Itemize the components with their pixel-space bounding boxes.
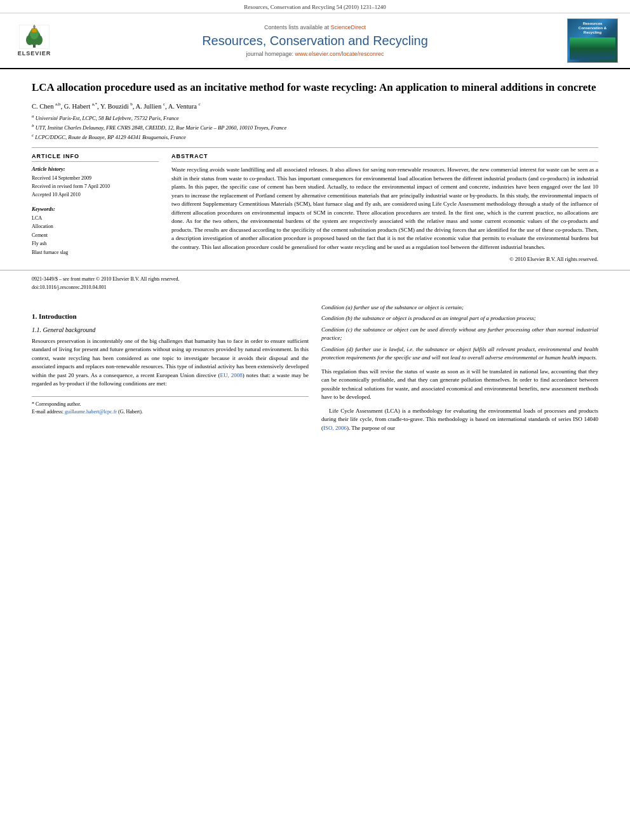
condition-b: Condition (b) the substance or object is… — [321, 314, 598, 323]
cover-image-area — [570, 37, 615, 60]
copyright-line: © 2010 Elsevier B.V. All rights reserved… — [171, 255, 598, 263]
article-title-section: LCA allocation procedure used as an inci… — [0, 69, 630, 141]
eu-link[interactable]: EU, 2008 — [220, 372, 243, 378]
right-col-body-text: This regulation thus will revise the sta… — [321, 368, 598, 433]
body-col-right: Condition (a) further use of the substan… — [321, 303, 598, 438]
regulation-paragraph: This regulation thus will revise the sta… — [321, 368, 598, 402]
abstract-label: ABSTRACT — [171, 153, 598, 162]
condition-c: Condition (c) the substance or object ca… — [321, 326, 598, 343]
issn-line: 0921-3449/$ – see front matter © 2010 El… — [32, 276, 598, 284]
journal-citation: Resources, Conservation and Recycling 54… — [244, 4, 386, 10]
keyword-3: Cement — [32, 231, 159, 240]
keyword-1: LCA — [32, 214, 159, 223]
affiliation-a: a Université Paris-Est, LCPC, 58 Bd Lefe… — [32, 113, 598, 123]
divider-1 — [32, 147, 598, 148]
keyword-2: Allocation — [32, 222, 159, 231]
corresponding-note: * Corresponding author. — [32, 401, 309, 408]
journal-title: Resources, Conservation and Recycling — [202, 33, 428, 48]
affiliation-b: b UTT, Institut Charles Delaunay, FRE CN… — [32, 123, 598, 132]
journal-homepage-link[interactable]: www.elsevier.com/locate/resconrec — [295, 51, 384, 57]
sciencedirect-line: Contents lists available at ScienceDirec… — [264, 24, 366, 30]
sup-c-2: c — [199, 102, 201, 107]
journal-cover-image: ResourcesConservation &Recycling — [567, 18, 618, 63]
abstract-col: ABSTRACT Waste recycling avoids waste la… — [171, 153, 598, 263]
header-center: Contents lists available at ScienceDirec… — [72, 18, 558, 63]
article-title: LCA allocation procedure used as an inci… — [32, 81, 598, 95]
history-accepted: Accepted 10 April 2010 — [32, 191, 159, 199]
condition-d-text: Condition (d) further use is lawful, i.e… — [321, 346, 598, 361]
article-footer-meta: 0921-3449/$ – see front matter © 2010 El… — [0, 270, 630, 297]
affiliation-c: c LCPC/DDGC, Route de Bouaye, BP 4129 44… — [32, 132, 598, 142]
body-col-left: 1. Introduction 1.1. General background … — [32, 303, 309, 438]
sup-c-1: c — [163, 102, 165, 107]
keywords-label: Keywords: — [32, 206, 159, 212]
cover-title: ResourcesConservation &Recycling — [579, 22, 607, 36]
email-label: E-mail address: — [32, 409, 64, 415]
header-right: ResourcesConservation &Recycling — [564, 18, 621, 63]
abstract-paragraph: Waste recycling avoids waste landfilling… — [171, 166, 598, 250]
sup-a-b: a,b — [55, 102, 60, 107]
keyword-4: Fly ash — [32, 239, 159, 248]
intro-body-text: Resources preservation is incontestably … — [32, 337, 309, 389]
journal-top-bar: Resources, Conservation and Recycling 54… — [0, 0, 630, 13]
email-note: E-mail address: guillaume.habert@lcpc.fr… — [32, 408, 309, 416]
body-section: 1. Introduction 1.1. General background … — [0, 297, 630, 451]
intro-paragraph-1: Resources preservation is incontestably … — [32, 337, 309, 389]
svg-rect-6 — [32, 29, 37, 32]
keyword-5: Blast furnace slag — [32, 248, 159, 257]
homepage-label: journal homepage: — [246, 51, 293, 57]
affiliation-c-text: LCPC/DDGC, Route de Bouaye, BP 4129 4434… — [35, 133, 186, 140]
contents-label: Contents lists available at — [264, 24, 329, 30]
sup-a-star: a,* — [92, 102, 97, 107]
page-wrapper: Resources, Conservation and Recycling 54… — [0, 0, 630, 840]
article-info-col: ARTICLE INFO Article history: Received 1… — [32, 153, 159, 263]
affiliation-a-text: Université Paris-Est, LCPC, 58 Bd Lefebv… — [36, 115, 179, 121]
condition-d: Condition (d) further use is lawful, i.e… — [321, 345, 598, 363]
header-left: ELSEVIER — [9, 18, 66, 63]
general-background-heading: 1.1. General background — [32, 326, 309, 333]
sup-b: b — [130, 102, 133, 107]
authors-line: C. Chen a,b, G. Habert a,*, Y. Bouzidi b… — [32, 102, 598, 110]
condition-a-text: Condition (a) further use of the substan… — [321, 304, 464, 310]
abstract-text: Waste recycling avoids waste landfilling… — [171, 166, 598, 263]
elsevier-text: ELSEVIER — [18, 50, 51, 57]
lca-paragraph: Life Cycle Assessment (LCA) is a methodo… — [321, 407, 598, 433]
footnote-section: * Corresponding author. E-mail address: … — [32, 396, 309, 416]
email-name: (G. Habert). — [118, 409, 143, 415]
body-two-col: 1. Introduction 1.1. General background … — [32, 303, 598, 438]
history-received: Received 14 September 2009 — [32, 175, 159, 183]
iso-link[interactable]: ISO, 2006 — [323, 425, 347, 431]
intro-heading: 1. Introduction — [32, 312, 309, 320]
journal-homepage-line: journal homepage: www.elsevier.com/locat… — [246, 51, 384, 57]
doi-line: doi:10.1016/j.resconrec.2010.04.001 — [32, 284, 598, 292]
svg-point-8 — [33, 25, 36, 28]
corresponding-label: * Corresponding author. — [32, 401, 81, 407]
affiliations: a Université Paris-Est, LCPC, 58 Bd Lefe… — [32, 113, 598, 141]
condition-c-text: Condition (c) the substance or object ca… — [321, 326, 598, 342]
sciencedirect-link[interactable]: ScienceDirect — [331, 24, 366, 30]
elsevier-logo: ELSEVIER — [9, 23, 60, 58]
affiliation-b-text: UTT, Institut Charles Delaunay, FRE CNRS… — [36, 124, 287, 131]
history-label: Article history: — [32, 166, 159, 172]
email-link[interactable]: guillaume.habert@lcpc.fr — [65, 409, 117, 415]
article-info-abstract: ARTICLE INFO Article history: Received 1… — [0, 153, 630, 263]
condition-a: Condition (a) further use of the substan… — [321, 303, 598, 312]
condition-b-text: Condition (b) the substance or object is… — [321, 315, 536, 321]
elsevier-tree-icon — [19, 25, 50, 49]
history-revised: Received in revised form 7 April 2010 — [32, 183, 159, 191]
article-info-label: ARTICLE INFO — [32, 153, 159, 162]
conditions-list: Condition (a) further use of the substan… — [321, 303, 598, 363]
journal-header: ELSEVIER Contents lists available at Sci… — [0, 13, 630, 69]
